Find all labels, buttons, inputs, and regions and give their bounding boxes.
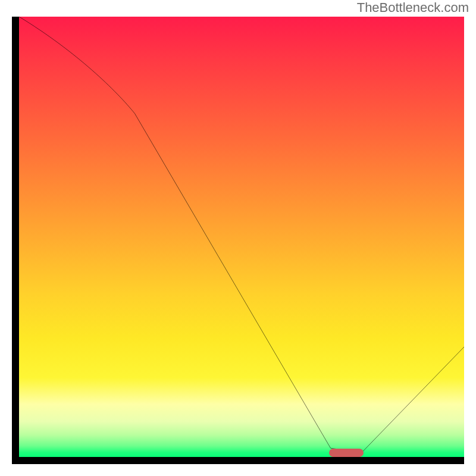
plot-area — [19, 17, 464, 457]
chart-container: TheBottleneck.com — [0, 0, 476, 476]
bottleneck-curve — [19, 17, 464, 457]
watermark-text: TheBottleneck.com — [357, 0, 469, 15]
optimal-marker — [329, 449, 364, 457]
